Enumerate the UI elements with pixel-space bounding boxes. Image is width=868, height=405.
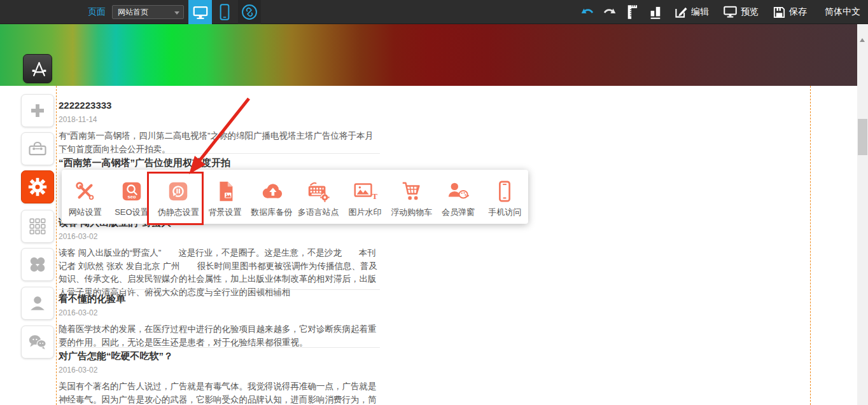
grid-icon <box>28 217 47 236</box>
article-divider <box>59 153 380 154</box>
sidebar-item-plugins[interactable] <box>21 248 54 281</box>
background-icon <box>213 179 237 203</box>
popup-item-label: 数据库备份 <box>251 207 292 218</box>
popup-item-pseudo-static[interactable]: 伪静态设置 <box>155 170 202 224</box>
article-date: 2018-11-14 <box>59 115 381 124</box>
preview-button[interactable]: 预览 <box>723 5 759 19</box>
keyboard-gear-icon <box>305 179 331 203</box>
tools-icon <box>73 179 97 203</box>
article-title[interactable]: 看不懂的化验单 <box>59 294 381 304</box>
mobile-view-button[interactable] <box>215 0 234 24</box>
article-item[interactable]: 2222223333 2018-11-14 有“西南第一高钢塔，四川第二高电视塔… <box>59 100 381 156</box>
popup-item-label: 会员弹窗 <box>442 207 475 218</box>
article-item[interactable]: 看不懂的化验单 2016-03-02 随着医学技术的发展，在医疗过程中进行的化验… <box>59 294 381 349</box>
ruler-icon <box>626 4 638 20</box>
save-label: 保存 <box>789 6 807 18</box>
popup-item-member-popup[interactable]: 会员弹窗 <box>435 170 481 224</box>
language-label: 简体中文 <box>825 6 860 18</box>
language-switcher[interactable]: 简体中文 <box>825 6 860 18</box>
article-date: 2016-03-02 <box>59 308 381 317</box>
member-popup-icon <box>445 179 471 203</box>
clover-icon <box>28 255 47 274</box>
popup-item-label: 浮动购物车 <box>391 207 432 218</box>
save-button[interactable]: 保存 <box>773 6 807 19</box>
mobile-access-icon <box>493 179 517 203</box>
sidebar-item-member[interactable] <box>21 287 54 320</box>
page-selector-value: 网站首页 <box>118 8 148 17</box>
gear-icon <box>27 176 48 198</box>
toolbox-icon <box>27 139 48 158</box>
preview-label: 预览 <box>741 6 759 18</box>
article-item[interactable]: 读客 闯入出版业的“野蛮人” 2016-03-02 读客 闯入出版业的“野蛮人”… <box>59 217 381 299</box>
article-date: 2016-03-02 <box>59 366 381 374</box>
pseudo-static-icon <box>166 179 190 203</box>
sidebar-item-settings[interactable] <box>21 170 54 203</box>
watermark-icon: T <box>352 179 377 203</box>
link-circle-icon <box>241 3 258 21</box>
article-summary: 随着医学技术的发展，在医疗过程中进行的化验项目越来越多，它对诊断疾病起着重要的作… <box>59 323 381 349</box>
smartphone-icon <box>218 3 231 21</box>
redo-button[interactable] <box>603 8 616 17</box>
svg-text:seo: seo <box>127 194 136 200</box>
sidebar-item-grid-modules[interactable] <box>21 210 54 243</box>
settings-popup: 网站设置 seo SEO设置 伪静态设置 背景设置 <box>62 170 528 224</box>
popup-item-label: 伪静态设置 <box>158 207 199 218</box>
popup-item-image-watermark[interactable]: T 图片水印 <box>342 170 388 224</box>
plus-icon <box>28 101 47 120</box>
redo-icon <box>603 8 616 17</box>
vertical-scrollbar[interactable] <box>857 24 868 405</box>
undo-icon <box>581 8 594 17</box>
popup-item-mobile-access[interactable]: 手机访问 <box>482 170 528 224</box>
save-floppy-icon <box>773 6 786 19</box>
header-banner-image <box>0 24 857 86</box>
scroll-up-arrow-icon[interactable] <box>860 38 865 42</box>
popup-item-label: 背景设置 <box>209 207 242 218</box>
popup-item-site-settings[interactable]: 网站设置 <box>62 170 108 224</box>
popup-item-label: 手机访问 <box>488 207 521 218</box>
left-guide-line <box>56 86 57 405</box>
popup-item-label: 网站设置 <box>69 207 102 218</box>
popup-item-database-backup[interactable]: 数据库备份 <box>248 170 295 224</box>
page-selector[interactable]: 网站首页 <box>112 5 184 19</box>
sidebar-item-app-market[interactable] <box>23 54 52 83</box>
sidebar-item-add-module[interactable] <box>21 94 54 127</box>
chevron-down-icon <box>174 11 179 15</box>
app-store-icon <box>28 59 47 78</box>
ruler-button[interactable] <box>626 4 638 20</box>
svg-text:T: T <box>372 191 378 201</box>
article-summary: 有“西南第一高钢塔，四川第二高电视塔”之称的绵阳广播电视塔主塔广告位将于本月下旬… <box>59 130 381 156</box>
columns-icon <box>649 5 661 20</box>
popup-item-floating-cart[interactable]: 浮动购物车 <box>388 170 435 224</box>
columns-button[interactable] <box>649 5 661 20</box>
page-label: 页面 <box>88 6 106 18</box>
top-toolbar: 页面 网站首页 <box>0 0 868 24</box>
article-item[interactable]: 对广告怎能“吃硬不吃软”？ 2016-03-02 美国有个著名的广告人说过，广告… <box>59 351 381 405</box>
scrollbar-thumb[interactable] <box>858 119 867 155</box>
cart-icon <box>399 179 424 203</box>
article-title[interactable]: 对广告怎能“吃硬不吃软”？ <box>59 351 381 361</box>
article-summary: 美国有个著名的广告人说过，广告就是有毒气体。我觉得说得再准确一点，广告就是神经毒… <box>59 380 381 405</box>
preview-monitor-icon <box>723 5 738 19</box>
sidebar-item-messages[interactable] <box>21 326 54 359</box>
article-title[interactable]: 2222223333 <box>59 100 381 111</box>
popup-item-seo-settings[interactable]: seo SEO设置 <box>108 170 155 224</box>
popup-item-background-settings[interactable]: 背景设置 <box>202 170 248 224</box>
right-guide-line <box>810 86 811 405</box>
person-icon <box>28 294 47 313</box>
article-divider <box>59 289 380 290</box>
article-summary: 读客 闯入出版业的“野蛮人” 这是行业，不是圈子。这是生意，不是沙龙 本刊记者 … <box>59 247 381 299</box>
edit-pencil-icon <box>674 5 688 19</box>
article-date: 2016-03-02 <box>59 232 381 241</box>
popup-item-multilanguage-site[interactable]: 多语言站点 <box>295 170 341 224</box>
desktop-view-button[interactable] <box>188 0 212 24</box>
seo-icon: seo <box>120 179 144 203</box>
sidebar-item-toolbox[interactable] <box>21 132 54 165</box>
popup-item-label: 多语言站点 <box>298 207 339 218</box>
popup-item-label: SEO设置 <box>115 207 148 218</box>
undo-button[interactable] <box>581 8 594 17</box>
cloud-backup-icon <box>259 179 284 203</box>
article-title[interactable]: “西南第一高钢塔”广告位使用权首度开拍 <box>59 158 381 168</box>
chat-bubbles-icon <box>27 333 48 351</box>
edit-button[interactable]: 编辑 <box>674 5 709 19</box>
link-view-button[interactable] <box>238 0 261 24</box>
